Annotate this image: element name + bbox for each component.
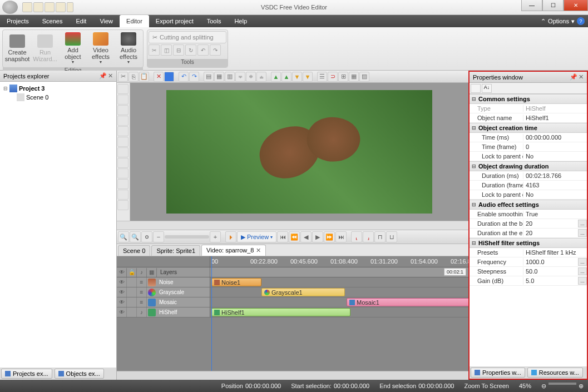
visibility-toggle-icon[interactable]: 👁 <box>117 297 127 307</box>
add-object-button[interactable]: Add object▾ <box>60 31 86 66</box>
tb-scissors-icon[interactable]: ✂ <box>118 72 128 82</box>
property-row[interactable]: Lock to parent dNo <box>470 152 587 161</box>
run-wizard-button[interactable]: Run Wizard... <box>32 31 58 66</box>
property-value[interactable]: HiShelf1 <box>523 115 587 121</box>
property-section-header[interactable]: ⊟Common settings <box>470 94 587 104</box>
clip-grayscale[interactable]: Grayscale1 <box>261 288 345 296</box>
side-tool-icon[interactable] <box>117 95 129 105</box>
tool-redo-icon[interactable]: ↷ <box>210 44 221 56</box>
property-row[interactable]: Duration (frame)4163 <box>470 181 587 190</box>
visibility-col-icon[interactable]: 👁 <box>117 268 127 277</box>
timeline-tab-sprite[interactable]: Sprite: Sprite1 <box>151 245 200 256</box>
track-header[interactable]: 👁 ≡ Noise <box>117 277 210 287</box>
tree-item-project[interactable]: ⊟ Project 3 <box>2 84 114 93</box>
visibility-toggle-icon[interactable]: 👁 <box>117 307 127 317</box>
property-row[interactable]: Time (frame)0 <box>470 142 587 152</box>
menu-view[interactable]: View <box>93 15 120 27</box>
property-value[interactable]: HiShelf filter 1 kHz <box>523 249 587 256</box>
qat-export-icon[interactable] <box>56 2 66 12</box>
skip-start-icon[interactable]: ⏮ <box>277 231 288 242</box>
property-value[interactable]: 1000.0... <box>523 258 587 266</box>
qat-new-icon[interactable] <box>22 2 32 12</box>
tb-align-top-icon[interactable]: ⫧ <box>235 72 245 82</box>
ellipsis-button[interactable]: ... <box>578 258 587 266</box>
preview-scrollbar[interactable] <box>117 221 468 230</box>
marker-out-icon[interactable]: ⸥ <box>363 231 374 242</box>
property-value[interactable]: HiShelf <box>523 105 587 112</box>
timeline-tab-scene[interactable]: Scene 0 <box>118 245 150 256</box>
close-tab-icon[interactable]: ✕ <box>256 247 261 254</box>
create-snapshot-button[interactable]: Create snapshot <box>4 31 31 66</box>
property-section-header[interactable]: ⊟HiShelf filter settings <box>470 238 587 248</box>
tb-arrow-down2-icon[interactable]: ▼ <box>303 72 313 82</box>
side-tool-icon[interactable] <box>117 200 129 210</box>
help-icon[interactable]: ? <box>577 17 585 25</box>
property-value[interactable]: True <box>523 211 587 217</box>
property-row[interactable]: Duration at the en20... <box>470 229 587 238</box>
categorized-view-icon[interactable] <box>471 84 481 93</box>
side-tool-icon[interactable] <box>117 137 129 147</box>
side-tool-icon[interactable] <box>117 158 129 168</box>
property-value[interactable]: No <box>523 153 587 160</box>
audio-col-icon[interactable]: ♪ <box>137 268 147 277</box>
marker-icon[interactable]: ⊓ <box>374 231 386 242</box>
menu-editor[interactable]: Editor <box>120 15 149 27</box>
status-zoom-label[interactable]: Zoom To Screen <box>464 383 509 389</box>
tb-align-left-icon[interactable]: ▤ <box>204 72 214 82</box>
zoom-in-icon[interactable]: ⊕ <box>579 383 584 390</box>
property-value[interactable]: 4163 <box>523 182 587 188</box>
property-row[interactable]: Frequency1000.0... <box>470 257 587 267</box>
property-row[interactable]: Lock to parent dNo <box>470 190 587 200</box>
video-effects-button[interactable]: Video effects▾ <box>87 31 114 66</box>
tb-arrow-up2-icon[interactable]: ▲ <box>281 72 291 82</box>
timeline-scrollbar[interactable] <box>117 371 468 380</box>
tb-align-mid-icon[interactable]: ⫩ <box>246 72 256 82</box>
property-row[interactable]: Steepness50.0... <box>470 267 587 276</box>
fx-col-icon[interactable]: ▦ <box>147 268 157 277</box>
menu-scenes[interactable]: Scenes <box>36 15 70 27</box>
expand-icon[interactable]: ⊟ <box>3 86 8 91</box>
side-tool-icon[interactable] <box>117 116 129 126</box>
property-row[interactable]: Object nameHiShelf1 <box>470 113 587 123</box>
options-menu[interactable]: Options <box>548 18 569 24</box>
zoom-out-icon[interactable]: ⊖ <box>541 383 546 390</box>
property-row[interactable]: Time (ms)00:00:00.000 <box>470 133 587 142</box>
visibility-toggle-icon[interactable]: 👁 <box>117 277 127 287</box>
step-back-icon[interactable]: ◀ <box>300 231 312 242</box>
minimize-button[interactable]: — <box>521 0 542 11</box>
tool-split-icon[interactable]: ⊟ <box>173 44 184 56</box>
play-icon[interactable]: ⏵ <box>225 231 236 242</box>
tool-crop-icon[interactable]: ◫ <box>161 44 172 56</box>
maximize-button[interactable]: ☐ <box>542 0 564 11</box>
side-tool-icon[interactable] <box>117 147 129 157</box>
tree-item-scene[interactable]: Scene 0 <box>16 93 114 102</box>
zoom-in-icon[interactable]: 🔍 <box>118 231 129 242</box>
tb-delete-icon[interactable]: ✕ <box>154 72 164 82</box>
track-audio-icon[interactable]: ♪ <box>137 307 147 317</box>
timeline-tab-video[interactable]: Video: sparrow_8✕ <box>201 245 266 256</box>
preview-canvas[interactable] <box>130 83 468 221</box>
property-value[interactable]: No <box>523 191 587 198</box>
step-fwd-icon[interactable]: ▶ <box>312 231 323 242</box>
qat-open-icon[interactable] <box>33 2 43 12</box>
property-row[interactable]: TypeHiShelf <box>470 104 587 113</box>
tb-arrow-down-icon[interactable]: ▼ <box>292 72 302 82</box>
close-panel-icon[interactable]: ✕ <box>579 73 584 81</box>
zoom-fit-icon[interactable]: ⭘ <box>141 231 152 242</box>
zoom-out-icon[interactable]: 🔍 <box>130 231 141 242</box>
menu-projects[interactable]: Projects <box>0 15 36 27</box>
property-row[interactable]: Enable smoothingTrue <box>470 210 587 219</box>
pin-icon[interactable]: 📌 <box>570 73 577 81</box>
tb-misc-icon[interactable]: ▦ <box>349 72 359 82</box>
preview-button[interactable]: ▶Preview▾ <box>237 231 276 242</box>
playhead[interactable] <box>211 256 212 371</box>
audio-effects-button[interactable]: Audio effects▾ <box>115 31 142 66</box>
track-header[interactable]: 👁 ♪ HiShelf <box>117 307 210 317</box>
clip-mosaic[interactable]: Mosaic1 <box>347 298 468 306</box>
track-fx-icon[interactable]: ≡ <box>137 277 147 287</box>
property-value[interactable]: 00:02:18.766 <box>523 172 587 179</box>
tb-arrow-up-icon[interactable]: ▲ <box>271 72 281 82</box>
qat-save-icon[interactable] <box>45 2 55 12</box>
track-fx-icon[interactable]: ≡ <box>137 287 147 297</box>
property-value[interactable]: 50.0... <box>523 267 587 275</box>
